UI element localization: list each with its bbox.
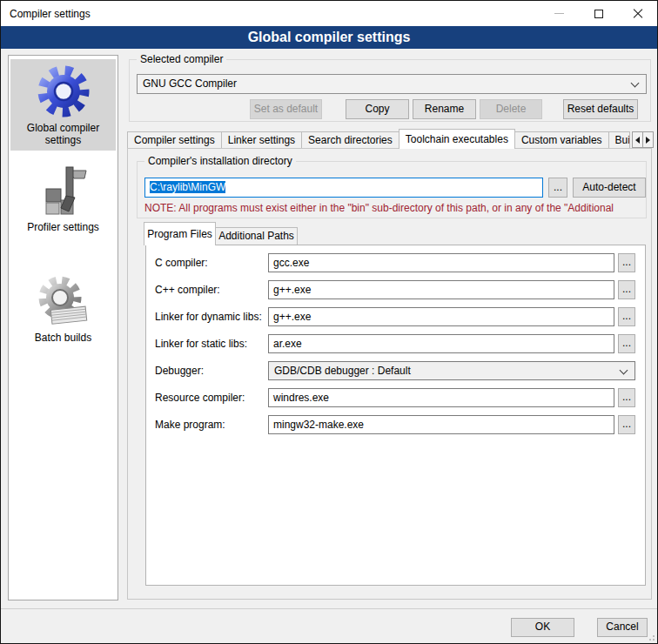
dialog-header: Global compiler settings bbox=[1, 26, 657, 49]
subtab-program-files[interactable]: Program Files bbox=[144, 222, 216, 245]
cpp-compiler-browse-button[interactable]: ... bbox=[618, 280, 635, 299]
resource-compiler-input[interactable]: windres.exe bbox=[268, 388, 614, 407]
subtab-additional-paths[interactable]: Additional Paths bbox=[215, 227, 298, 245]
static-linker-browse-button[interactable]: ... bbox=[618, 334, 635, 353]
blue-gear-icon bbox=[36, 64, 91, 119]
dynamic-linker-browse-button[interactable]: ... bbox=[618, 307, 635, 326]
field-value: g++.exe bbox=[273, 311, 311, 323]
field-value: ar.exe bbox=[273, 338, 302, 350]
gray-gear-stack-icon bbox=[36, 273, 91, 329]
scroll-right-icon bbox=[646, 137, 650, 144]
installation-directory-input[interactable]: C:\raylib\MinGW bbox=[144, 178, 543, 198]
resource-compiler-label: Resource compiler: bbox=[155, 392, 245, 404]
selected-compiler-group: Selected compiler GNU GCC Compiler Set a… bbox=[129, 59, 651, 122]
settings-category-sidebar: Global compiler settings Profiler settin… bbox=[8, 55, 118, 600]
chevron-down-icon bbox=[620, 366, 628, 375]
close-icon bbox=[633, 9, 643, 19]
selected-compiler-value: GNU GCC Compiler bbox=[143, 77, 237, 90]
tab-scroll-arrows bbox=[633, 131, 654, 148]
tab-custom-variables[interactable]: Custom variables bbox=[514, 131, 609, 149]
set-as-default-button[interactable]: Set as default bbox=[250, 99, 322, 119]
footer-divider bbox=[1, 608, 657, 609]
toolchain-executables-panel: Compiler's installation directory C:\ray… bbox=[127, 148, 652, 600]
tab-build-options[interactable]: Build bbox=[608, 131, 630, 149]
minimize-icon bbox=[554, 13, 564, 14]
delete-button[interactable]: Delete bbox=[480, 99, 542, 119]
tab-compiler-settings[interactable]: Compiler settings bbox=[127, 131, 222, 149]
bin-subdirectory-note: NOTE: All programs must exist either in … bbox=[144, 202, 642, 214]
make-program-browse-button[interactable]: ... bbox=[618, 415, 635, 434]
scroll-left-icon bbox=[635, 137, 640, 144]
cancel-button[interactable]: Cancel bbox=[597, 618, 648, 637]
make-program-input[interactable]: mingw32-make.exe bbox=[268, 415, 614, 434]
resource-compiler-browse-button[interactable]: ... bbox=[618, 388, 635, 407]
debugger-value: GDB/CDB debugger : Default bbox=[274, 365, 411, 377]
group-label: Selected compiler bbox=[137, 53, 226, 66]
debugger-label: Debugger: bbox=[155, 365, 204, 377]
selected-compiler-dropdown[interactable]: GNU GCC Compiler bbox=[137, 74, 647, 94]
maximize-button[interactable] bbox=[579, 1, 618, 26]
c-compiler-browse-button[interactable]: ... bbox=[618, 253, 635, 272]
chevron-down-icon bbox=[631, 79, 640, 88]
resize-grip[interactable] bbox=[648, 634, 655, 641]
compiler-settings-dialog: Compiler settings Global compiler settin… bbox=[0, 0, 658, 644]
field-value: windres.exe bbox=[273, 392, 329, 404]
maximize-icon bbox=[594, 10, 603, 18]
tab-linker-settings[interactable]: Linker settings bbox=[221, 131, 302, 149]
sidebar-item-profiler-settings[interactable]: Profiler settings bbox=[10, 158, 116, 238]
rename-button[interactable]: Rename bbox=[413, 99, 476, 119]
static-linker-input[interactable]: ar.exe bbox=[268, 334, 614, 353]
static-linker-label: Linker for static libs: bbox=[155, 338, 247, 350]
browse-directory-button[interactable]: ... bbox=[548, 178, 567, 198]
selected-text: C:\raylib\MinGW bbox=[150, 181, 225, 193]
c-compiler-input[interactable]: gcc.exe bbox=[268, 253, 614, 272]
debugger-dropdown[interactable]: GDB/CDB debugger : Default bbox=[268, 361, 635, 380]
tab-toolchain-executables[interactable]: Toolchain executables bbox=[399, 129, 515, 149]
field-value: mingw32-make.exe bbox=[273, 419, 364, 431]
tab-scroll-right-button[interactable] bbox=[642, 131, 654, 148]
minimize-button[interactable] bbox=[540, 1, 579, 26]
sidebar-item-global-compiler-settings[interactable]: Global compiler settings bbox=[10, 59, 116, 151]
window-title: Compiler settings bbox=[1, 8, 91, 20]
cpp-compiler-label: C++ compiler: bbox=[155, 284, 220, 296]
caliper-icon bbox=[36, 163, 91, 218]
group-label: Compiler's installation directory bbox=[144, 155, 296, 168]
close-button[interactable] bbox=[618, 1, 657, 26]
sidebar-item-batch-builds[interactable]: Batch builds bbox=[10, 269, 116, 348]
dynamic-linker-label: Linker for dynamic libs: bbox=[155, 311, 262, 323]
tab-search-directories[interactable]: Search directories bbox=[301, 131, 400, 149]
settings-tabbar: Compiler settings Linker settings Search… bbox=[127, 129, 630, 149]
auto-detect-button[interactable]: Auto-detect bbox=[573, 178, 646, 198]
sidebar-item-label: Batch builds bbox=[12, 332, 114, 344]
ok-button[interactable]: OK bbox=[511, 618, 574, 637]
make-program-label: Make program: bbox=[155, 419, 225, 431]
c-compiler-label: C compiler: bbox=[155, 257, 208, 269]
cpp-compiler-input[interactable]: g++.exe bbox=[268, 280, 614, 299]
sidebar-item-label: Global compiler settings bbox=[12, 122, 114, 146]
copy-button[interactable]: Copy bbox=[346, 99, 409, 119]
program-files-panel: C compiler: gcc.exe ... C++ compiler: g+… bbox=[145, 245, 646, 586]
dialog-body: Global compiler settings Profiler settin… bbox=[1, 49, 657, 643]
reset-defaults-button[interactable]: Reset defaults bbox=[563, 99, 638, 119]
titlebar: Compiler settings bbox=[1, 1, 657, 26]
field-value: g++.exe bbox=[273, 284, 311, 296]
sidebar-item-label: Profiler settings bbox=[12, 221, 114, 233]
window-controls bbox=[540, 1, 657, 26]
installation-directory-group: Compiler's installation directory C:\ray… bbox=[137, 161, 647, 218]
field-value: gcc.exe bbox=[273, 257, 309, 269]
dynamic-linker-input[interactable]: g++.exe bbox=[268, 307, 614, 326]
